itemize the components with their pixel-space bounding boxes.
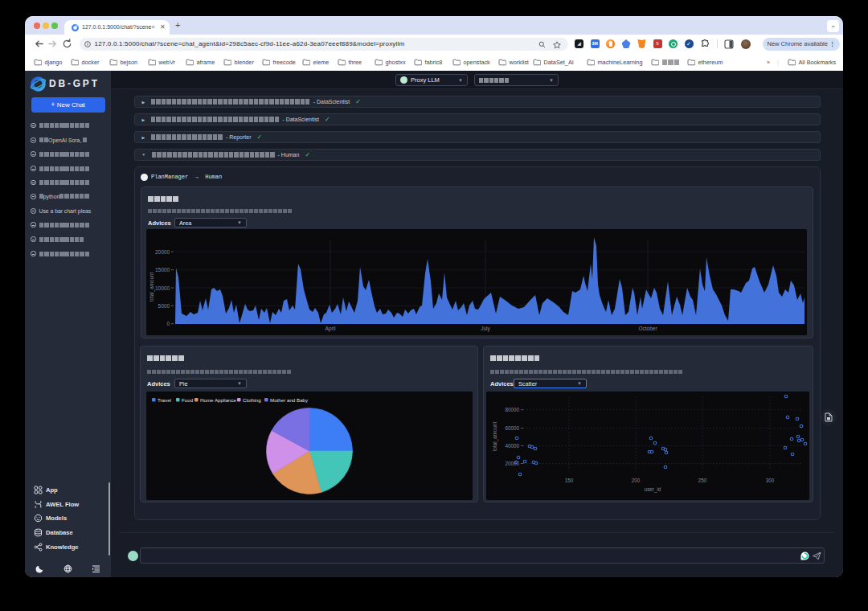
svg-text:Travel: Travel [158,397,171,403]
svg-text:April: April [325,326,336,332]
svg-text:250: 250 [698,478,707,483]
svg-text:40000: 40000 [505,443,519,449]
svg-text:300: 300 [766,478,775,483]
svg-text:150: 150 [565,478,574,483]
svg-text:80000: 80000 [505,407,519,412]
svg-text:Mother and Baby: Mother and Baby [270,397,309,403]
svg-text:0: 0 [166,321,170,326]
svg-text:5000: 5000 [158,303,170,309]
svg-text:user_id: user_id [645,486,661,493]
svg-text:total_amount: total_amount [492,422,498,452]
svg-text:Home Appliance: Home Appliance [200,397,237,403]
svg-text:total_amount: total_amount [149,273,155,302]
svg-text:60000: 60000 [505,425,519,431]
svg-text:Clothing: Clothing [243,397,261,403]
svg-text:15000: 15000 [155,267,170,273]
svg-text:July: July [481,326,490,332]
svg-text:20000: 20000 [155,249,170,255]
svg-text:10000: 10000 [155,285,170,291]
svg-text:200: 200 [632,478,641,483]
svg-text:Food: Food [182,397,194,403]
svg-text:October: October [638,326,657,331]
